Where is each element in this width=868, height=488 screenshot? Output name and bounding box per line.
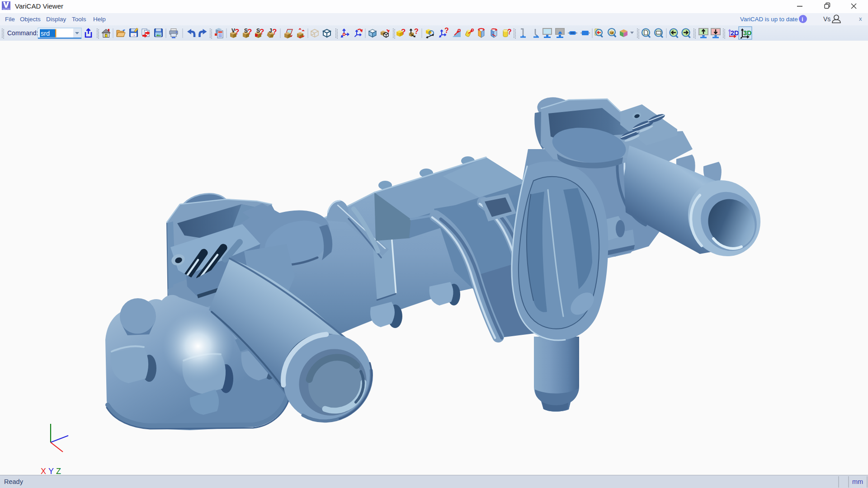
svg-text:?: ?	[235, 28, 239, 36]
svg-text:srd: srd	[41, 30, 50, 37]
svg-text:Tools: Tools	[72, 16, 86, 23]
svg-text:?: ?	[444, 27, 449, 34]
svg-text:x: x	[859, 15, 862, 22]
svg-text:VariCAD is up to date: VariCAD is up to date	[740, 16, 798, 23]
svg-text:i: i	[802, 16, 803, 23]
svg-text:J: J	[269, 28, 272, 34]
svg-text:?: ?	[401, 28, 406, 36]
svg-text:Z: Z	[56, 467, 61, 476]
svg-text:VariCAD: VariCAD	[2, 8, 10, 10]
svg-text:?: ?	[259, 28, 264, 36]
svg-text:?: ?	[414, 28, 419, 35]
svg-text:3D: 3D	[743, 29, 752, 37]
svg-text:2D: 2D	[731, 29, 739, 37]
svg-text:Command:: Command:	[7, 29, 38, 37]
svg-text:Help: Help	[93, 16, 106, 23]
svg-text:Display: Display	[46, 16, 66, 23]
svg-text:X: X	[41, 467, 46, 476]
svg-text:VariCAD Viewer: VariCAD Viewer	[15, 2, 63, 10]
svg-text:mm: mm	[852, 478, 863, 485]
svg-text:Y: Y	[48, 467, 54, 476]
svg-text:Objects: Objects	[20, 16, 41, 23]
svg-text:?: ?	[247, 28, 252, 36]
svg-text:File: File	[5, 16, 15, 23]
svg-text:?: ?	[507, 28, 512, 36]
svg-text:Vs: Vs	[823, 15, 830, 23]
svg-text:?: ?	[272, 28, 277, 36]
svg-text:Ready: Ready	[4, 478, 24, 485]
